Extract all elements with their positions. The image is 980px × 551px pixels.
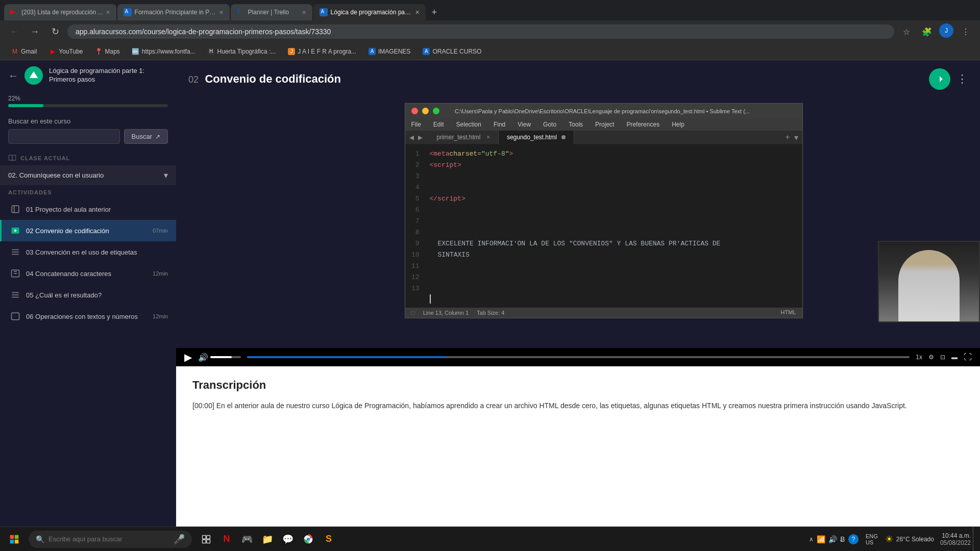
network-icon[interactable]: 📶: [817, 535, 825, 543]
taskbar-search-icon: 🔍: [36, 535, 44, 543]
taskbar-app2[interactable]: 🎮: [238, 530, 256, 548]
search-label: Buscar en este curso: [8, 117, 168, 125]
lesson-item-02[interactable]: 02 Convenio de codificación 07min: [0, 220, 176, 241]
language-indicator[interactable]: ENG US: [863, 533, 881, 545]
header-actions: ⋮: [929, 68, 968, 90]
region-label: US: [866, 539, 878, 545]
bookmark-huerta[interactable]: H Huerta Tipográfica :...: [203, 46, 281, 57]
menu-file[interactable]: File: [409, 120, 423, 129]
sidebar-back-button[interactable]: ←: [8, 70, 18, 82]
taskbar-netflix[interactable]: N: [217, 530, 236, 548]
code-editor[interactable]: 12345 678910 111213 <meta charset = "utf…: [405, 144, 802, 308]
lesson-title-01: 01 Proyecto del aula anterior: [26, 206, 168, 213]
volume-slider[interactable]: [210, 356, 241, 358]
code-line-12: [430, 283, 798, 294]
bookmark-youtube[interactable]: ▶ YouTube: [44, 46, 88, 57]
help-tray-icon[interactable]: ?: [848, 534, 859, 544]
volume-tray-icon[interactable]: 🔊: [828, 535, 837, 543]
extensions-button[interactable]: 🧩: [919, 23, 935, 40]
bookmark-oracle[interactable]: A ORACLE CURSO: [418, 46, 486, 57]
search-button[interactable]: Buscar ↗: [124, 129, 168, 144]
tab-trello[interactable]: T Planner | Trello ×: [231, 4, 312, 20]
add-tab-icon[interactable]: +: [785, 133, 790, 142]
more-options-button[interactable]: ⋮: [957, 72, 968, 86]
clock-widget[interactable]: 10:44 a.m. 05/08/2022: [938, 532, 973, 546]
lesson-item-04[interactable]: 04 Concatenando caracteres 12min: [0, 263, 176, 284]
menu-button[interactable]: ⋮: [958, 23, 974, 40]
menu-selection[interactable]: Selection: [454, 120, 483, 129]
sublime-tab-2[interactable]: segundo_test.html: [499, 131, 574, 144]
tab-nav-left[interactable]: ◂: [409, 132, 414, 143]
tab-list-icon[interactable]: ▾: [794, 133, 798, 142]
menu-view[interactable]: View: [516, 120, 533, 129]
tab-close-1[interactable]: ×: [106, 8, 110, 16]
profile-button[interactable]: J: [939, 23, 953, 38]
svg-rect-14: [12, 313, 19, 320]
settings-button[interactable]: ⚙: [928, 354, 934, 361]
menu-goto[interactable]: Goto: [541, 120, 558, 129]
tab-youtube-playlist[interactable]: ▶ (203) Lista de reproducción ... ×: [4, 4, 116, 20]
window-close-button[interactable]: [411, 108, 418, 114]
menu-find[interactable]: Find: [492, 120, 507, 129]
task-view-button[interactable]: [197, 530, 215, 548]
pip-button[interactable]: ⊡: [940, 354, 945, 361]
weather-icon: ☀: [885, 534, 893, 545]
taskbar-chrome[interactable]: [299, 530, 317, 548]
tab-alura-formation[interactable]: A Formación Principiante in Prog... ×: [117, 4, 230, 20]
code-line-10: [430, 261, 798, 272]
new-tab-button[interactable]: +: [427, 4, 443, 20]
bluetooth-icon[interactable]: Ƀ: [840, 535, 845, 543]
window-minimize-button[interactable]: [422, 108, 429, 114]
bookmark-gmail-label: Gmail: [21, 48, 37, 55]
bookmark-jaief[interactable]: J J A I E F R A progra...: [283, 46, 361, 57]
tab-close-3[interactable]: ×: [302, 8, 306, 16]
bookmark-maps[interactable]: 📍 Maps: [90, 46, 125, 57]
bookmark-imagenes[interactable]: A IMAGENES: [363, 46, 415, 57]
bookmark-fontfa[interactable]: 🔤 https://www.fontfa...: [127, 46, 201, 57]
address-bar[interactable]: [67, 24, 894, 39]
next-lesson-button[interactable]: [929, 68, 950, 90]
tab-close-2[interactable]: ×: [219, 8, 223, 16]
discord-icon: 💬: [282, 534, 293, 545]
reload-button[interactable]: ↻: [47, 23, 63, 40]
sublime-tab-1[interactable]: primer_test.html ×: [429, 131, 499, 144]
lesson-item-03[interactable]: 03 Convención en el uso de etiquetas: [0, 241, 176, 263]
bookmark-gmail[interactable]: M Gmail: [6, 46, 42, 57]
tab-alura-course[interactable]: A Lógica de programación parte 1... ×: [313, 4, 426, 20]
lesson-item-01[interactable]: 01 Proyecto del aula anterior: [0, 198, 176, 220]
tab-close-4[interactable]: ×: [415, 8, 419, 16]
menu-project[interactable]: Project: [593, 120, 616, 129]
menu-preferences[interactable]: Preferences: [624, 120, 662, 129]
taskbar-search-bar[interactable]: 🔍 🎤: [29, 531, 192, 548]
code-content[interactable]: <meta charset = "utf-8" > <script>: [426, 148, 802, 304]
menu-help[interactable]: Help: [670, 120, 687, 129]
progress-track[interactable]: [247, 356, 910, 358]
back-button[interactable]: ←: [6, 23, 22, 40]
menu-tools[interactable]: Tools: [567, 120, 585, 129]
lesson-item-05[interactable]: 05 ¿Cuál es el resultado?: [0, 284, 176, 306]
window-maximize-button[interactable]: [433, 108, 439, 114]
sublime-tab-1-close[interactable]: ×: [486, 134, 490, 141]
show-desktop-button[interactable]: [973, 527, 976, 551]
volume-button[interactable]: 🔊: [198, 353, 208, 362]
taskbar-files[interactable]: 📁: [258, 530, 277, 548]
lesson-item-06[interactable]: 06 Operaciones con textos y números 12mi…: [0, 306, 176, 327]
weather-widget[interactable]: ☀ 26°C Soleado: [881, 534, 938, 545]
taskbar-search-input[interactable]: [48, 535, 169, 543]
fullscreen-button[interactable]: ⛶: [964, 353, 972, 362]
menu-edit[interactable]: Edit: [431, 120, 446, 129]
taskbar-sublime[interactable]: S: [320, 530, 338, 548]
sublime-menubar: File Edit Selection Find View Goto Tools…: [405, 118, 802, 131]
code-line-6: [430, 205, 798, 216]
play-button[interactable]: ▶: [184, 351, 192, 363]
lesson-section-header[interactable]: 02. Comuníquese con el usuario ▾: [0, 165, 176, 185]
tab-nav-right[interactable]: ▸: [418, 132, 423, 143]
chevron-up-icon[interactable]: ∧: [809, 536, 814, 543]
forward-button[interactable]: →: [27, 23, 43, 40]
start-button[interactable]: [4, 529, 24, 549]
transcript-text: [00:00] En el anterior aula de nuestro c…: [192, 400, 964, 411]
search-input[interactable]: [8, 129, 120, 144]
taskbar-discord[interactable]: 💬: [279, 530, 297, 548]
theater-button[interactable]: ▬: [951, 354, 958, 361]
bookmark-button[interactable]: ☆: [898, 23, 915, 40]
